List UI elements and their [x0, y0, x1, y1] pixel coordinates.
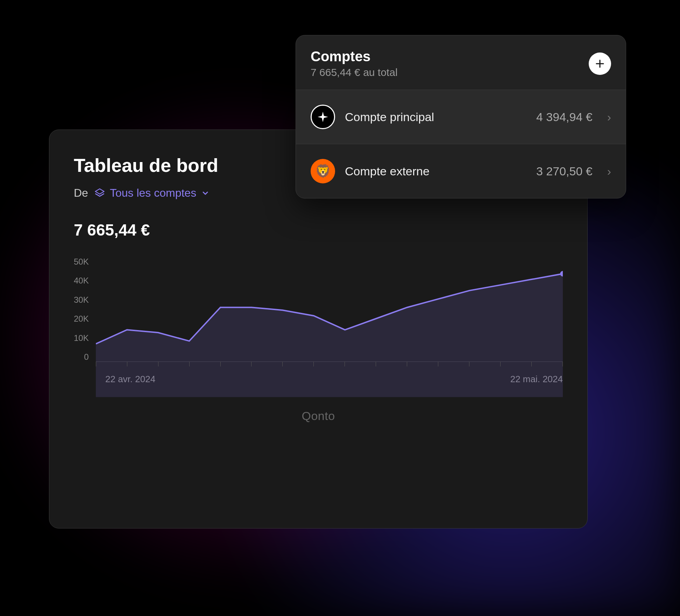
total-balance: 7 665,44 € — [74, 220, 563, 239]
y-tick: 20K — [74, 314, 89, 324]
accounts-subtitle: 7 665,44 € au total — [311, 66, 398, 78]
ing-logo-icon: 🦁 — [311, 159, 335, 183]
filter-value-label: Tous les comptes — [110, 187, 196, 200]
y-tick: 40K — [74, 276, 89, 286]
chevron-down-icon — [201, 189, 210, 197]
account-row-principal[interactable]: Compte principal 4 394,94 € › — [296, 90, 626, 144]
qonto-logo-icon — [311, 105, 335, 129]
accounts-popover: Comptes 7 665,44 € au total Compte princ… — [296, 35, 626, 198]
chart-plot — [96, 257, 563, 362]
account-name: Compte externe — [345, 164, 526, 178]
y-tick: 50K — [74, 257, 89, 267]
filter-dropdown[interactable]: Tous les comptes — [94, 187, 210, 200]
brand-logo: Qonto — [74, 409, 563, 423]
account-name: Compte principal — [345, 110, 526, 124]
chart-y-axis: 50K40K30K20K10K0 — [74, 257, 89, 362]
account-row-external[interactable]: 🦁 Compte externe 3 270,50 € › — [296, 144, 626, 198]
account-amount: 4 394,94 € — [536, 110, 593, 124]
chart-x-ticks — [96, 362, 563, 366]
accounts-title: Comptes — [311, 49, 398, 64]
balance-chart: 50K40K30K20K10K0 — [74, 257, 563, 362]
plus-icon — [595, 58, 605, 69]
add-account-button[interactable] — [589, 52, 611, 75]
accounts-header: Comptes 7 665,44 € au total — [296, 35, 626, 90]
chevron-right-icon: › — [607, 110, 611, 124]
filter-prefix: De — [74, 187, 88, 200]
layers-icon — [94, 188, 105, 198]
svg-marker-0 — [95, 189, 104, 194]
y-tick: 30K — [74, 295, 89, 305]
chevron-right-icon: › — [607, 164, 611, 178]
y-tick: 0 — [84, 352, 88, 362]
account-amount: 3 270,50 € — [536, 164, 593, 178]
y-tick: 10K — [74, 333, 89, 343]
